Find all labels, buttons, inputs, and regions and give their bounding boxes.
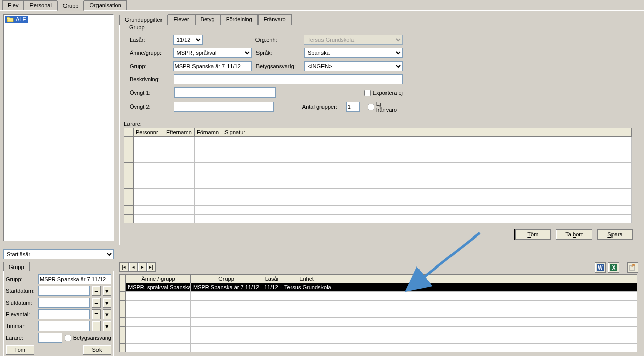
ll-dd-timmar[interactable]: ▾ bbox=[103, 321, 111, 331]
label-beskrivning: Beskrivning: bbox=[130, 76, 170, 82]
label-amnegrupp: Ämne/grupp: bbox=[130, 50, 169, 56]
input-ovrigt1[interactable] bbox=[174, 87, 276, 98]
tree-area[interactable]: ALE bbox=[3, 14, 114, 241]
tab-franvaro[interactable]: Frånvaro bbox=[258, 14, 292, 25]
nav-last[interactable]: ▸| bbox=[147, 262, 156, 272]
col-fornamn[interactable]: Förnamn bbox=[195, 128, 222, 137]
tabort-button[interactable]: Ta bort bbox=[556, 229, 592, 240]
ll-dd-startdatum[interactable]: ▾ bbox=[103, 286, 111, 296]
results-row[interactable] bbox=[120, 309, 637, 318]
label-grupp: Grupp: bbox=[130, 63, 169, 69]
ll-sok-button[interactable]: Sök bbox=[83, 345, 111, 355]
results-row[interactable] bbox=[120, 301, 637, 309]
input-beskrivning[interactable] bbox=[174, 74, 403, 84]
select-betygsansvarig[interactable]: <INGEN> bbox=[304, 61, 403, 71]
ll-tom-button[interactable]: Töm bbox=[6, 345, 34, 355]
spara-button[interactable]: Spara bbox=[597, 229, 633, 240]
select-startlasar[interactable]: Startläsår bbox=[3, 249, 114, 259]
export-icon[interactable] bbox=[627, 262, 638, 273]
tab-elev[interactable]: Elev bbox=[2, 0, 24, 10]
nav-prev[interactable]: ◂ bbox=[128, 262, 138, 272]
larare-row[interactable] bbox=[124, 145, 632, 154]
top-tabs: Elev Personal Grupp Organisation bbox=[0, 0, 644, 11]
checkbox-ej-franvaro[interactable] bbox=[368, 104, 374, 110]
grupp-fieldset: Grupp Läsår: 11/12 Org.enh: Tersus Grund… bbox=[124, 28, 408, 117]
larare-row[interactable] bbox=[124, 197, 632, 206]
larare-row[interactable] bbox=[124, 180, 632, 189]
col-amne-grupp[interactable]: Ämne / grupp bbox=[126, 275, 191, 283]
ll-label-larare: Lärare: bbox=[6, 335, 36, 341]
input-antal-grupper[interactable] bbox=[346, 102, 360, 112]
tab-personal[interactable]: Personal bbox=[24, 0, 57, 10]
results-row[interactable] bbox=[120, 327, 637, 335]
col-enhet[interactable]: Enhet bbox=[282, 275, 331, 283]
select-lasar[interactable]: 11/12 bbox=[173, 35, 203, 45]
label-sprak: Språk: bbox=[256, 50, 300, 56]
select-amnegrupp[interactable]: MSPR, språkval bbox=[173, 48, 252, 58]
input-grupp[interactable] bbox=[173, 61, 252, 71]
tab-organisation[interactable]: Organisation bbox=[84, 0, 126, 10]
results-row[interactable] bbox=[120, 335, 637, 344]
tree-item-ale[interactable]: ALE bbox=[5, 16, 28, 23]
col-resgrupp[interactable]: Grupp bbox=[191, 275, 262, 283]
nav-next[interactable]: ▸ bbox=[138, 262, 147, 272]
results-row[interactable] bbox=[120, 292, 637, 301]
larare-row[interactable] bbox=[124, 215, 632, 223]
label-ej-franvaro: Ej frånvaro bbox=[376, 101, 403, 113]
col-efternamn[interactable]: Efternamn bbox=[164, 128, 195, 137]
ll-dd-elevantal[interactable]: ▾ bbox=[103, 309, 111, 319]
tab-betyg[interactable]: Betyg bbox=[195, 14, 220, 25]
ll-input-elevantal[interactable] bbox=[38, 309, 90, 319]
ll-op-elevantal[interactable]: = bbox=[92, 309, 101, 319]
results-corner bbox=[120, 275, 126, 283]
results-grid[interactable]: Ämne / grupp Grupp Läsår Enhet MSPR, spr… bbox=[119, 274, 637, 352]
results-row[interactable]: MSPR, språkval Spanska MSPR Spanska år 7… bbox=[120, 283, 637, 292]
results-row[interactable] bbox=[120, 344, 637, 352]
ll-input-grupp[interactable] bbox=[38, 274, 111, 284]
results-row[interactable] bbox=[120, 318, 637, 327]
ll-input-larare[interactable] bbox=[38, 333, 62, 343]
excel-icon[interactable]: X bbox=[608, 262, 619, 273]
checkbox-exportera-ej[interactable] bbox=[364, 90, 371, 96]
tab-fordelning[interactable]: Fördelning bbox=[220, 14, 258, 25]
ll-input-startdatum[interactable] bbox=[38, 286, 90, 296]
lowerleft-tab-grupp[interactable]: Grupp bbox=[3, 262, 30, 271]
larare-row[interactable] bbox=[124, 137, 632, 145]
label-antal-grupper: Antal grupper: bbox=[302, 104, 342, 110]
ll-dd-slutdatum[interactable]: ▾ bbox=[103, 298, 111, 308]
ll-input-slutdatum[interactable] bbox=[38, 298, 90, 308]
nav-first[interactable]: |◂ bbox=[119, 262, 128, 272]
label-ovrigt2: Övrigt 2: bbox=[130, 104, 170, 110]
filter-panel: Startläsår Grupp Grupp: Startdatum: = ▾ … bbox=[3, 249, 114, 356]
ll-input-timmar[interactable] bbox=[38, 321, 90, 331]
svg-text:W: W bbox=[598, 265, 603, 271]
col-personnr[interactable]: Personnr bbox=[134, 128, 164, 137]
ll-op-timmar[interactable]: = bbox=[92, 321, 101, 331]
label-orgenh: Org.enh: bbox=[255, 37, 300, 43]
ll-cb-label: Betygsansvarig bbox=[73, 335, 111, 341]
tree-item-label: ALE bbox=[16, 16, 26, 22]
col-reslasar[interactable]: Läsår bbox=[262, 275, 282, 283]
tab-grunduppgifter[interactable]: Grunduppgifter bbox=[119, 15, 168, 25]
select-orgenh: Tersus Grundskola bbox=[304, 35, 403, 45]
tab-elever[interactable]: Elever bbox=[168, 14, 195, 25]
tom-button[interactable]: Töm bbox=[515, 229, 551, 240]
ll-label-timmar: Timmar: bbox=[6, 323, 36, 329]
col-signatur[interactable]: Signatur bbox=[222, 128, 250, 137]
select-sprak[interactable]: Spanska bbox=[304, 48, 403, 58]
input-ovrigt2[interactable] bbox=[174, 102, 274, 112]
larare-row[interactable] bbox=[124, 154, 632, 163]
ll-op-startdatum[interactable]: = bbox=[92, 286, 101, 296]
larare-row[interactable] bbox=[124, 171, 632, 180]
cell-amne-grupp: MSPR, språkval Spanska bbox=[126, 283, 191, 292]
cell-enhet: Tersus Grundskola bbox=[282, 283, 331, 292]
word-icon[interactable]: W bbox=[595, 262, 606, 273]
larare-row[interactable] bbox=[124, 189, 632, 197]
larare-row[interactable] bbox=[124, 206, 632, 215]
ll-cb-betygsansvarig[interactable] bbox=[65, 335, 71, 341]
results-panel: |◂ ◂ ▸ ▸| W X Ämne / grupp Grupp bbox=[119, 262, 638, 352]
ll-op-slutdatum[interactable]: = bbox=[92, 298, 101, 308]
tab-grupp[interactable]: Grupp bbox=[57, 1, 84, 11]
larare-grid[interactable]: Personnr Efternamn Förnamn Signatur bbox=[124, 128, 632, 223]
larare-row[interactable] bbox=[124, 163, 632, 171]
